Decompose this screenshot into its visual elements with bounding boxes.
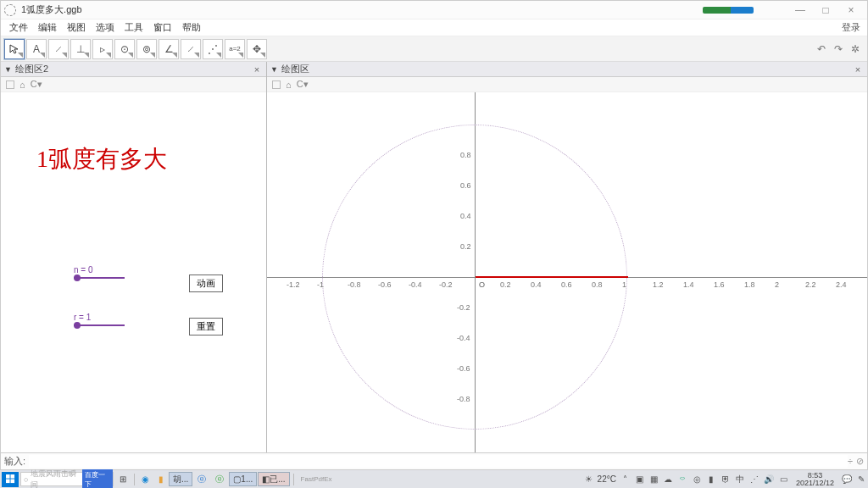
tool-move[interactable] bbox=[4, 39, 25, 59]
undo-icon[interactable]: ↶ bbox=[815, 42, 828, 56]
tool-text[interactable]: a=2 bbox=[225, 39, 245, 59]
slider-r-knob[interactable] bbox=[74, 322, 81, 329]
clock[interactable]: 8:53 2021/12/12 bbox=[796, 472, 834, 487]
shield-icon[interactable]: ⛨ bbox=[721, 474, 732, 485]
nav-grid-icon[interactable] bbox=[6, 80, 14, 89]
notification-icon[interactable]: 💬 bbox=[841, 474, 852, 485]
tool-point[interactable]: A bbox=[26, 39, 47, 59]
menu-window[interactable]: 窗口 bbox=[150, 19, 175, 36]
reset-button[interactable]: 重置 bbox=[189, 318, 223, 336]
menu-edit[interactable]: 编辑 bbox=[35, 19, 60, 36]
weather-icon[interactable]: ☀ bbox=[583, 474, 594, 485]
tool-line[interactable]: ⟋ bbox=[48, 39, 69, 59]
pane2-close[interactable]: × bbox=[251, 64, 263, 75]
x-tick: 1 bbox=[622, 280, 626, 289]
close-button[interactable]: × bbox=[838, 2, 864, 19]
y-tick: -0.6 bbox=[457, 364, 470, 373]
search-button[interactable]: 百度一下 bbox=[82, 469, 114, 489]
tb-ie2[interactable]: ⓔ bbox=[211, 472, 228, 486]
tool-circle[interactable]: ⊙ bbox=[114, 39, 135, 59]
tray-icon[interactable]: ◎ bbox=[692, 474, 703, 485]
tray-icon[interactable]: ▣ bbox=[634, 474, 645, 485]
tb-app3[interactable]: ◧ 已... bbox=[258, 472, 289, 486]
x-tick: -1.2 bbox=[287, 280, 300, 289]
tb-app2[interactable]: ▢ 1... bbox=[229, 472, 257, 486]
ime-icon[interactable]: 中 bbox=[735, 474, 746, 485]
tray-up-icon[interactable]: ˄ bbox=[620, 474, 631, 485]
tb-pdf[interactable]: FastPdfEx bbox=[297, 472, 337, 486]
tool-pan[interactable]: ✥ bbox=[247, 39, 267, 59]
nav-home-icon[interactable]: ⌂ bbox=[286, 80, 292, 90]
y-tick: 0.8 bbox=[460, 151, 471, 159]
maximize-button[interactable]: □ bbox=[813, 2, 838, 19]
x-tick: 1.2 bbox=[653, 280, 664, 289]
pane1-close[interactable]: × bbox=[852, 64, 864, 75]
login-link[interactable]: 登录 bbox=[842, 21, 860, 34]
nav-refresh-icon[interactable]: C▾ bbox=[297, 79, 309, 90]
radius-segment bbox=[476, 276, 628, 278]
slider-r-label: r = 1 bbox=[74, 313, 125, 322]
tool-polygon[interactable]: ▹ bbox=[92, 39, 113, 59]
pane2-canvas[interactable]: 1弧度有多大 n = 0 r = 1 动画 重置 bbox=[1, 92, 266, 452]
tray-icon[interactable]: ☁ bbox=[663, 474, 674, 485]
nav-refresh-icon[interactable]: C▾ bbox=[31, 79, 42, 90]
tray-icon[interactable]: ▮ bbox=[706, 474, 717, 485]
menu-options[interactable]: 选项 bbox=[92, 19, 118, 36]
weather-temp[interactable]: 22°C bbox=[598, 474, 616, 484]
pane2-header[interactable]: ▼ 绘图区2 × bbox=[1, 62, 266, 77]
pen-icon[interactable]: ✎ bbox=[855, 474, 866, 485]
pane1-header[interactable]: ▼ 绘图区 × bbox=[267, 62, 867, 77]
titlebar[interactable]: 1弧度多大.ggb — □ × bbox=[1, 1, 867, 19]
menu-help[interactable]: 帮助 bbox=[179, 19, 204, 36]
y-tick: 0.4 bbox=[460, 212, 471, 220]
menu-tools[interactable]: 工具 bbox=[121, 19, 147, 36]
separator bbox=[293, 474, 294, 485]
start-button[interactable] bbox=[2, 472, 19, 487]
separator bbox=[134, 474, 135, 485]
graph-canvas[interactable]: O -1.2-1-0.8-0.6-0.4-0.20.20.40.60.811.2… bbox=[267, 92, 867, 452]
pane2-title: 绘图区2 bbox=[15, 63, 48, 75]
app-window: 1弧度多大.ggb — □ × 文件 编辑 视图 选项 工具 窗口 帮助 登录 … bbox=[0, 0, 868, 470]
x-tick: 2.4 bbox=[836, 280, 847, 289]
slider-n-track[interactable] bbox=[74, 277, 125, 279]
toolbar: A ⟋ ⊥ ▹ ⊙ ⊚ ∠ ⟋ ⋰ a=2 ✥ ↶ ↷ ✲ bbox=[1, 36, 867, 62]
nav-grid-icon[interactable] bbox=[272, 80, 281, 89]
battery-icon[interactable]: ▭ bbox=[778, 474, 789, 485]
window-title: 1弧度多大.ggb bbox=[21, 3, 703, 16]
input-help-icon[interactable]: ⊘ bbox=[856, 456, 864, 467]
bluetooth-icon[interactable]: ⌔ bbox=[677, 474, 688, 485]
tool-reflect[interactable]: ⟋ bbox=[181, 39, 201, 59]
slider-r-track[interactable] bbox=[74, 324, 125, 326]
pane1-title: 绘图区 bbox=[281, 63, 309, 75]
x-tick: 1.4 bbox=[683, 280, 694, 289]
redo-icon[interactable]: ↷ bbox=[832, 42, 845, 56]
slider-n-knob[interactable] bbox=[74, 274, 81, 281]
tool-perp[interactable]: ⊥ bbox=[70, 39, 91, 59]
tb-edge[interactable]: ◉ bbox=[137, 472, 153, 486]
menu-view[interactable]: 视图 bbox=[64, 19, 89, 36]
taskview-icon[interactable]: ⊞ bbox=[115, 472, 131, 486]
animate-button[interactable]: 动画 bbox=[189, 274, 223, 292]
slider-n-label: n = 0 bbox=[74, 265, 125, 274]
menu-file[interactable]: 文件 bbox=[6, 19, 31, 36]
search-box[interactable]: ○ 地震风雨击瞬间 百度一下 bbox=[20, 472, 114, 486]
slider-r[interactable]: r = 1 bbox=[74, 313, 125, 326]
progress-indicator bbox=[703, 7, 754, 14]
input-dropdown-icon[interactable]: ÷ bbox=[848, 456, 853, 467]
x-tick: 0.4 bbox=[531, 280, 542, 289]
minimize-button[interactable]: — bbox=[787, 2, 813, 19]
wifi-icon[interactable]: ⋰ bbox=[749, 474, 760, 485]
volume-icon[interactable]: 🔊 bbox=[764, 474, 775, 485]
slider-n[interactable]: n = 0 bbox=[74, 265, 125, 279]
pane1-nav: ⌂ C▾ bbox=[267, 77, 867, 92]
tb-ie[interactable]: ⓔ bbox=[193, 472, 210, 486]
settings-icon[interactable]: ✲ bbox=[849, 42, 862, 56]
tool-angle[interactable]: ∠ bbox=[159, 39, 179, 59]
tool-ellipse[interactable]: ⊚ bbox=[136, 39, 157, 59]
tb-app1[interactable]: 胡... bbox=[169, 472, 192, 486]
tb-folder[interactable]: ▮ bbox=[154, 472, 168, 486]
tool-slider[interactable]: ⋰ bbox=[203, 39, 223, 59]
nav-home-icon[interactable]: ⌂ bbox=[19, 80, 25, 90]
input-field[interactable] bbox=[29, 455, 848, 468]
tray-icon[interactable]: ▦ bbox=[648, 474, 659, 485]
